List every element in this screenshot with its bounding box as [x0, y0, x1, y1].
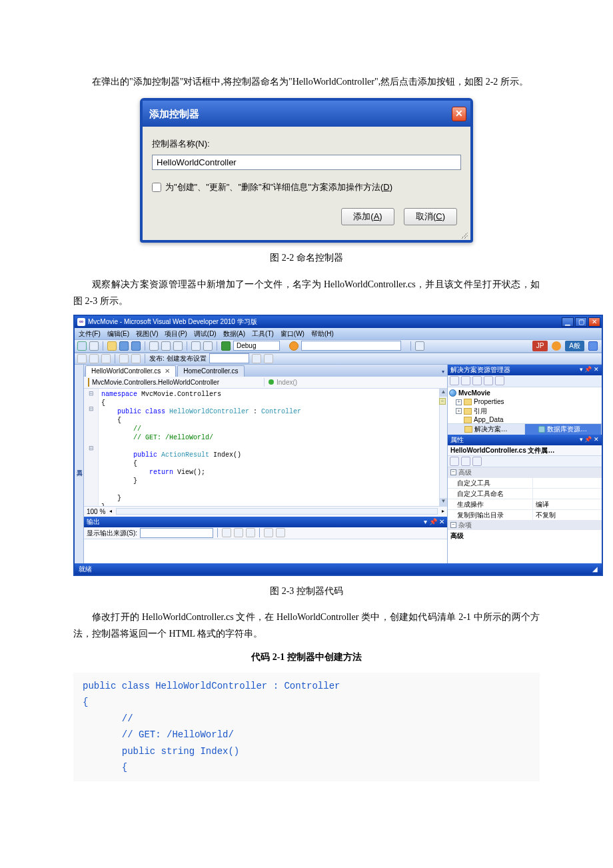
ime-mode-icon[interactable] [552, 341, 561, 351]
browser-icon[interactable] [289, 341, 299, 351]
fold-gutter[interactable]: ⊟ ⊟ ⊟ [84, 389, 99, 506]
tab-overflow-icon[interactable]: ▾ [439, 367, 447, 377]
separator-icon [259, 528, 260, 537]
controller-name-input[interactable] [152, 155, 461, 170]
save-icon[interactable] [119, 341, 129, 351]
cancel-button[interactable]: 取消(C) [404, 208, 457, 225]
vertical-scrollbar[interactable]: ▲ ÷ ▼ [439, 389, 447, 506]
add-button[interactable]: 添加(A) [341, 208, 394, 225]
chevron-right-icon[interactable]: ▸ [442, 508, 444, 515]
config-select[interactable]: Debug [233, 341, 280, 351]
properties-subject[interactable]: HelloWorldController.cs 文件属… [448, 445, 602, 456]
new-project-icon[interactable] [77, 341, 87, 351]
tool-icon[interactable] [484, 376, 493, 385]
tool-icon[interactable] [246, 528, 255, 537]
tool-icon[interactable] [461, 376, 470, 385]
tab-database-explorer[interactable]: 数据库资源… [525, 424, 602, 435]
collapse-icon[interactable]: − [450, 469, 456, 475]
menu-project[interactable]: 项目(P) [165, 329, 187, 338]
refresh-icon[interactable] [495, 376, 504, 385]
code-caption-2-1: 代码 2-1 控制器中创建方法 [73, 649, 540, 665]
open-icon[interactable] [107, 341, 117, 351]
maximize-icon[interactable]: ▢ [575, 317, 587, 327]
tab-solution-explorer[interactable]: 解决方案… [448, 424, 525, 435]
tool-icon[interactable] [222, 528, 231, 537]
resize-grip-icon[interactable] [143, 232, 470, 240]
code-text[interactable]: namespace MvcMovie.Controllers { public … [99, 389, 439, 506]
toolbox-strip[interactable]: 工具箱 [75, 365, 84, 563]
tool-icon[interactable] [450, 376, 459, 385]
tab-helloworld[interactable]: HelloWorldController.cs✕ [85, 365, 176, 377]
tool-icon[interactable] [252, 354, 261, 363]
menu-edit[interactable]: 编辑(E) [107, 329, 129, 338]
ime-extra-icon[interactable] [588, 341, 598, 351]
expand-icon[interactable]: + [456, 399, 462, 405]
panel-controls-icon[interactable]: ▾ 📌 ✕ [580, 366, 599, 374]
member-selector[interactable]: Index() [265, 378, 446, 387]
output-panel-body[interactable] [84, 539, 447, 563]
tool-icon[interactable] [276, 528, 285, 537]
tool-icon[interactable] [77, 354, 87, 363]
solution-tree[interactable]: MvcMovie +Properties +引用 App_Data +Conte… [448, 387, 602, 423]
add-item-icon[interactable] [89, 341, 99, 351]
sort-icon[interactable] [461, 457, 470, 466]
tool-icon[interactable] [472, 376, 482, 385]
toolbar-icon[interactable] [415, 341, 424, 351]
menu-file[interactable]: 文件(F) [79, 329, 101, 338]
dialog-body: 控制器名称(N): 为"创建"、"更新"、"删除"和"详细信息"方案添加操作方法… [143, 127, 470, 232]
tool-icon[interactable] [119, 354, 129, 363]
save-all-icon[interactable] [131, 341, 141, 351]
properties-header[interactable]: 属性 ▾ 📌 ✕ [448, 435, 602, 445]
copy-icon[interactable] [161, 341, 171, 351]
tab-home[interactable]: HomeController.cs [177, 365, 244, 377]
menu-data[interactable]: 数据(A) [223, 329, 245, 338]
minimize-icon[interactable]: ▁ [562, 317, 574, 327]
cut-icon[interactable] [149, 341, 159, 351]
menu-debug[interactable]: 调试(D) [194, 329, 217, 338]
tool-icon[interactable] [89, 354, 99, 363]
menu-help[interactable]: 帮助(H) [311, 329, 334, 338]
tool-icon[interactable] [472, 457, 482, 466]
horizontal-scrollbar[interactable] [116, 508, 438, 515]
type-selector[interactable]: MvcMovie.Controllers.HelloWorldControlle… [85, 378, 265, 387]
body-paragraph: 在弹出的"添加控制器"对话框中,将控制器命名为"HelloWorldContro… [73, 73, 540, 90]
undo-icon[interactable] [191, 341, 201, 351]
tool-icon[interactable] [264, 354, 273, 363]
output-panel-header[interactable]: 输出 ▾ 📌 ✕ [84, 517, 447, 527]
redo-icon[interactable] [203, 341, 213, 351]
close-icon[interactable]: ✕ [588, 317, 600, 327]
menu-tools[interactable]: 工具(T) [252, 329, 274, 338]
resize-grip-icon[interactable]: ◢ [592, 565, 598, 573]
expand-icon[interactable]: + [456, 408, 462, 414]
zoom-level[interactable]: 100 % [87, 507, 105, 516]
code-editor[interactable]: ⊟ ⊟ ⊟ namespace MvcMovie.Controllers { p… [84, 389, 447, 506]
menu-window[interactable]: 窗口(W) [281, 329, 305, 338]
scroll-up-icon[interactable]: ▲ [440, 389, 447, 397]
output-toolbar: 显示输出来源(S): [84, 527, 447, 539]
find-select[interactable] [301, 341, 401, 351]
tool-icon[interactable] [101, 354, 111, 363]
start-icon[interactable] [221, 341, 231, 351]
split-icon[interactable]: ÷ [439, 398, 446, 405]
ime-mode-text[interactable]: A般 [565, 341, 584, 351]
add-actions-checkbox[interactable] [152, 183, 161, 192]
collapse-icon[interactable]: − [450, 522, 456, 528]
status-text: 就绪 [79, 565, 92, 573]
tab-close-icon[interactable]: ✕ [165, 367, 170, 375]
panel-controls-icon[interactable]: ▾ 📌 ✕ [580, 436, 599, 444]
tool-icon[interactable] [264, 528, 273, 537]
categorize-icon[interactable] [450, 457, 459, 466]
output-source-select[interactable] [140, 528, 213, 538]
tool-icon[interactable] [234, 528, 243, 537]
publish-select[interactable] [209, 353, 249, 363]
menu-view[interactable]: 视图(V) [136, 329, 158, 338]
tool-icon[interactable] [131, 354, 141, 363]
close-icon[interactable]: ✕ [452, 107, 466, 121]
panel-controls-icon[interactable]: ▾ 📌 ✕ [424, 517, 444, 526]
solution-explorer-header[interactable]: 解决方案资源管理器 ▾ 📌 ✕ [448, 365, 602, 375]
paste-icon[interactable] [173, 341, 183, 351]
scroll-down-icon[interactable]: ▼ [440, 498, 447, 506]
properties-grid[interactable]: −高级 自定义工具 自定义工具命名 生成操作编译 复制到输出目录不复制 −杂项 [448, 467, 602, 530]
chevron-left-icon[interactable]: ◂ [109, 508, 112, 515]
ime-lang-badge[interactable]: JP [532, 341, 548, 351]
